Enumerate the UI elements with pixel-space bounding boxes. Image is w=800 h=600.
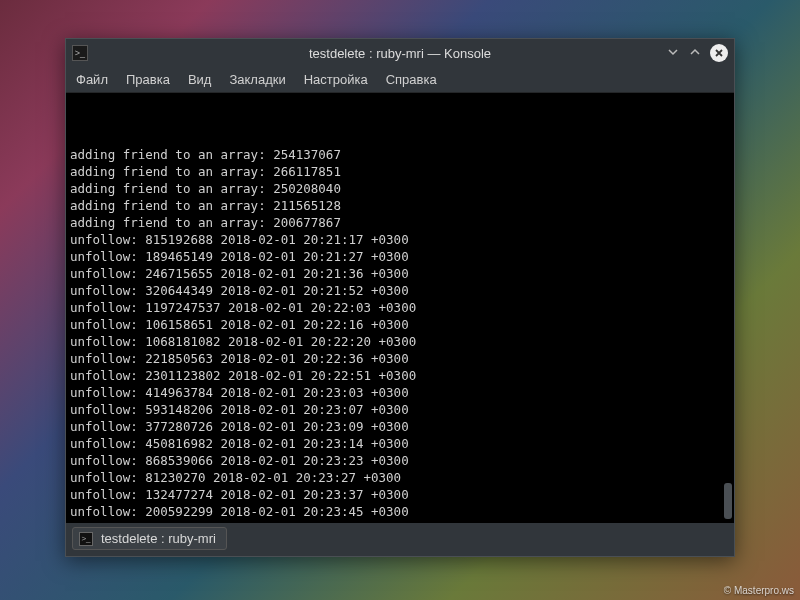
menu-settings[interactable]: Настройка	[304, 72, 368, 87]
terminal-line: unfollow: 2301123802 2018-02-01 20:22:51…	[70, 367, 730, 384]
terminal-line: unfollow: 377280726 2018-02-01 20:23:09 …	[70, 418, 730, 435]
window-controls	[666, 44, 728, 62]
terminal-icon: >_	[79, 532, 93, 546]
terminal-line: adding friend to an array: 200677867	[70, 214, 730, 231]
app-icon: >_	[72, 45, 88, 61]
terminal-line: unfollow: 106158651 2018-02-01 20:22:16 …	[70, 316, 730, 333]
terminal-output[interactable]: adding friend to an array: 254137067addi…	[66, 93, 734, 523]
terminal-line: unfollow: 246715655 2018-02-01 20:21:36 …	[70, 265, 730, 282]
terminal-line: adding friend to an array: 254137067	[70, 146, 730, 163]
menu-edit[interactable]: Правка	[126, 72, 170, 87]
terminal-line: unfollow: 81230270 2018-02-01 20:23:27 +…	[70, 469, 730, 486]
terminal-line: unfollow: 593148206 2018-02-01 20:23:07 …	[70, 401, 730, 418]
terminal-line: unfollow: 1068181082 2018-02-01 20:22:20…	[70, 333, 730, 350]
terminal-line: adding friend to an array: 250208040	[70, 180, 730, 197]
tab-label: testdelete : ruby-mri	[101, 531, 216, 546]
terminal-line: unfollow: 189465149 2018-02-01 20:21:27 …	[70, 248, 730, 265]
scrollbar-thumb[interactable]	[724, 483, 732, 519]
terminal-line: adding friend to an array: 266117851	[70, 163, 730, 180]
maximize-button[interactable]	[688, 45, 702, 62]
window-title: testdelete : ruby-mri — Konsole	[66, 46, 734, 61]
terminal-line: unfollow: 868539066 2018-02-01 20:23:23 …	[70, 452, 730, 469]
terminal-line: unfollow: 923286241 2018-02-01 20:23:54 …	[70, 520, 730, 523]
tabbar: >_ testdelete : ruby-mri	[66, 523, 734, 556]
terminal-line: unfollow: 320644349 2018-02-01 20:21:52 …	[70, 282, 730, 299]
terminal-line: unfollow: 221850563 2018-02-01 20:22:36 …	[70, 350, 730, 367]
close-button[interactable]	[710, 44, 728, 62]
menu-view[interactable]: Вид	[188, 72, 212, 87]
menu-file[interactable]: Файл	[76, 72, 108, 87]
konsole-window: >_ testdelete : ruby-mri — Konsole Файл …	[65, 38, 735, 557]
terminal-line: unfollow: 414963784 2018-02-01 20:23:03 …	[70, 384, 730, 401]
terminal-line: unfollow: 132477274 2018-02-01 20:23:37 …	[70, 486, 730, 503]
tab-active[interactable]: >_ testdelete : ruby-mri	[72, 527, 227, 550]
menu-help[interactable]: Справка	[386, 72, 437, 87]
terminal-line: unfollow: 450816982 2018-02-01 20:23:14 …	[70, 435, 730, 452]
terminal-line: unfollow: 1197247537 2018-02-01 20:22:03…	[70, 299, 730, 316]
watermark: © Masterpro.ws	[724, 585, 794, 596]
minimize-button[interactable]	[666, 45, 680, 62]
menu-bookmarks[interactable]: Закладки	[229, 72, 285, 87]
terminal-line: adding friend to an array: 211565128	[70, 197, 730, 214]
terminal-line: unfollow: 815192688 2018-02-01 20:21:17 …	[70, 231, 730, 248]
terminal-line: unfollow: 200592299 2018-02-01 20:23:45 …	[70, 503, 730, 520]
titlebar[interactable]: >_ testdelete : ruby-mri — Konsole	[66, 39, 734, 67]
menubar: Файл Правка Вид Закладки Настройка Справ…	[66, 67, 734, 93]
